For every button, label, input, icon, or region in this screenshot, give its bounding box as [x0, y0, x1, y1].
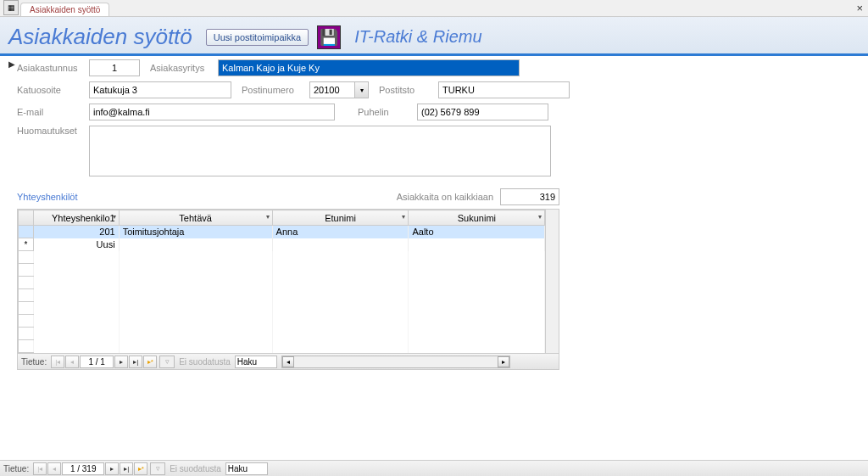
label-email: E-mail [17, 107, 89, 117]
street-field[interactable] [89, 81, 231, 98]
new-record-icon: * [19, 238, 34, 251]
nav-prev-icon[interactable]: ◂ [65, 356, 79, 368]
new-record-row[interactable]: * Uusi [19, 238, 545, 251]
contacts-title: Yhteyshenkilöt [17, 192, 78, 202]
label-postcode: Postinumero [242, 85, 309, 95]
column-lastname[interactable]: Sukunimi▾ [409, 210, 545, 226]
nav-prev-icon[interactable]: ◂ [47, 462, 61, 475]
chevron-down-icon[interactable]: ▾ [113, 213, 116, 221]
nav-label: Tietue: [3, 464, 29, 473]
customer-id-field[interactable] [89, 59, 140, 76]
chevron-down-icon[interactable]: ▾ [402, 213, 405, 221]
cell-firstname[interactable]: Anna [272, 226, 409, 238]
cell-task[interactable]: Toimitusjohtaja [119, 226, 272, 238]
new-post-office-button[interactable]: Uusi postitoimipaikka [206, 29, 309, 46]
filter-status: Ei suodatusta [179, 357, 231, 367]
cell-id[interactable]: 201 [34, 226, 120, 238]
contacts-subform: Yhteyshenkilo1▾ Tehtävä▾ Etunimi▾ Sukuni… [17, 209, 559, 370]
nav-next-icon[interactable]: ▸ [105, 462, 119, 475]
nav-new-icon[interactable]: ▸* [134, 462, 147, 475]
scroll-right-icon[interactable]: ▸ [498, 356, 509, 367]
label-company: Asiakasyritys [150, 63, 218, 73]
contacts-grid[interactable]: Yhteyshenkilo1▾ Tehtävä▾ Etunimi▾ Sukuni… [18, 210, 545, 353]
column-firstname[interactable]: Etunimi▾ [272, 210, 409, 226]
subform-record-navigator: Tietue: |◂ ◂ ▸ ▸| ▸* ▿ Ei suodatusta ◂ ▸ [18, 353, 559, 369]
search-input[interactable] [235, 356, 277, 368]
main-record-navigator: Tietue: |◂ ◂ ▸ ▸| ▸* ▿ Ei suodatusta [0, 460, 868, 476]
nav-last-icon[interactable]: ▸| [129, 356, 142, 368]
page-title: Asiakkaiden syöttö [8, 24, 192, 50]
select-all-corner[interactable] [19, 210, 34, 226]
scroll-left-icon[interactable]: ◂ [282, 356, 294, 367]
column-contact-id[interactable]: Yhteyshenkilo1▾ [34, 210, 120, 226]
filter-icon[interactable]: ▿ [159, 356, 175, 368]
table-row[interactable]: 201 Toimitusjohtaja Anna Aalto [19, 226, 545, 238]
nav-label: Tietue: [21, 357, 47, 367]
city-field[interactable] [438, 81, 570, 98]
email-field[interactable] [89, 104, 335, 120]
search-input[interactable] [225, 462, 268, 475]
label-city: Postitsto [379, 85, 438, 95]
label-notes: Huomautukset [17, 126, 89, 136]
vertical-scrollbar[interactable] [545, 210, 559, 353]
nav-first-icon[interactable]: |◂ [51, 356, 64, 368]
nav-next-icon[interactable]: ▸ [114, 356, 128, 368]
notes-field[interactable] [89, 126, 551, 176]
nav-position-field[interactable] [80, 356, 114, 368]
nav-new-icon[interactable]: ▸* [143, 356, 157, 368]
filter-status: Ei suodatusta [170, 464, 221, 473]
tab-customers[interactable]: Asiakkaiden syöttö [20, 3, 109, 16]
label-phone: Puhelin [358, 107, 417, 117]
label-customer-count: Asiakkaita on kaikkiaan [397, 192, 493, 202]
chevron-down-icon[interactable]: ▾ [266, 213, 270, 221]
save-disk-icon[interactable] [317, 25, 341, 49]
row-selector[interactable] [19, 226, 34, 238]
horizontal-scrollbar[interactable]: ◂ ▸ [281, 356, 510, 368]
label-street: Katuosoite [17, 85, 89, 95]
company-brand: IT-Ratki & Riemu [354, 27, 481, 47]
chevron-down-icon[interactable]: ▾ [538, 213, 542, 221]
label-customer-id: Asiakastunnus [17, 63, 89, 73]
cell-new[interactable]: Uusi [34, 238, 120, 251]
form-header: Asiakkaiden syöttö Uusi postitoimipaikka… [0, 17, 868, 56]
postcode-field[interactable] [309, 81, 355, 98]
phone-field[interactable] [417, 104, 548, 120]
nav-position-field[interactable] [62, 462, 104, 475]
nav-last-icon[interactable]: ▸| [120, 462, 133, 475]
app-form-icon: ▦ [3, 0, 19, 15]
postcode-dropdown-icon[interactable]: ▾ [355, 81, 369, 98]
close-icon[interactable]: × [856, 2, 863, 14]
cell-lastname[interactable]: Aalto [409, 226, 545, 238]
company-field[interactable] [218, 59, 520, 76]
customer-count-field [500, 188, 559, 205]
column-task[interactable]: Tehtävä▾ [119, 210, 272, 226]
nav-first-icon[interactable]: |◂ [33, 462, 47, 475]
record-selector-icon[interactable]: ▶ [8, 59, 17, 69]
filter-icon[interactable]: ▿ [150, 462, 165, 475]
